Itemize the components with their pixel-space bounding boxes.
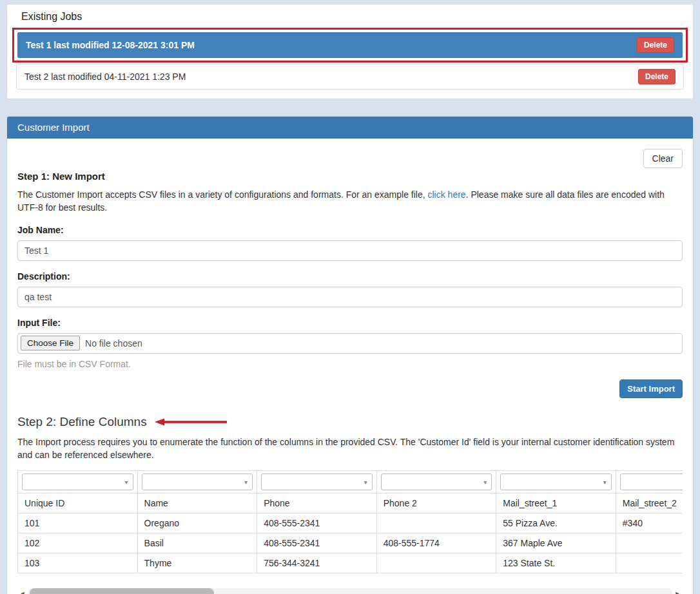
table-cell [376, 553, 496, 573]
table-cell: #340 [616, 513, 683, 533]
column-select[interactable]: ▾ [261, 474, 373, 490]
job-name-label: Job Name: [17, 225, 683, 235]
chevron-down-icon: ▾ [603, 479, 607, 486]
horizontal-scrollbar[interactable]: ◄ ► [17, 588, 683, 594]
example-file-link[interactable]: click here [428, 189, 466, 200]
column-select[interactable]: ▾ [381, 474, 492, 490]
chevron-down-icon: ▾ [244, 479, 248, 486]
column-select[interactable]: ▾ [620, 474, 683, 490]
table-cell [376, 513, 496, 533]
step2-title: Step 2: Define Columns [17, 415, 147, 429]
job-name-input[interactable] [17, 240, 683, 261]
table-cell [616, 553, 683, 573]
table-cell: Thyme [137, 553, 257, 573]
column-mapping-table: ▾ ▾ ▾ ▾ ▾ ▾ ▾ Unique ID Name Phone Phone… [17, 470, 683, 573]
chevron-down-icon: ▾ [364, 479, 367, 486]
table-header-cell: Name [137, 493, 257, 513]
table-cell: 367 Maple Ave [496, 533, 616, 553]
table-header-cell: Phone 2 [376, 493, 496, 513]
scroll-left-icon[interactable]: ◄ [17, 588, 28, 594]
job-row[interactable]: Test 1 last modified 12-08-2021 3:01 PM … [17, 32, 683, 58]
table-cell: 408-555-1774 [376, 533, 496, 553]
file-input[interactable]: Choose File No file chosen [17, 333, 683, 354]
column-select[interactable]: ▾ [142, 474, 253, 490]
column-select-row: ▾ ▾ ▾ ▾ ▾ ▾ ▾ [18, 471, 683, 493]
description-label: Description: [17, 271, 683, 282]
chevron-down-icon: ▾ [125, 479, 128, 486]
red-arrow-icon [155, 418, 227, 426]
table-header-cell: Mail_street_1 [496, 493, 616, 513]
input-file-label: Input File: [17, 318, 683, 328]
customer-import-header: Customer Import [7, 117, 693, 139]
column-mapping-table-container: ▾ ▾ ▾ ▾ ▾ ▾ ▾ Unique ID Name Phone Phone… [17, 470, 683, 573]
table-cell: Basil [137, 533, 257, 553]
description-input[interactable] [17, 287, 683, 307]
choose-file-button[interactable]: Choose File [21, 336, 80, 350]
job-row-label: Test 2 last modified 04-11-2021 1:23 PM [24, 72, 186, 82]
table-row: 102 Basil 408-555-2341 408-555-1774 367 … [18, 533, 683, 553]
delete-button[interactable]: Delete [637, 37, 674, 53]
job-row-label: Test 1 last modified 12-08-2021 3:01 PM [26, 40, 195, 50]
chevron-down-icon: ▾ [483, 479, 487, 486]
existing-jobs-title: Existing Jobs [21, 11, 684, 23]
step1-description: The Customer Import accepts CSV files in… [17, 188, 683, 215]
scrollbar-track[interactable] [28, 588, 672, 594]
table-cell: 101 [18, 513, 138, 533]
scroll-right-icon[interactable]: ► [672, 588, 683, 594]
table-cell: 408-555-2341 [257, 513, 377, 533]
step1-description-text: The Customer Import accepts CSV files in… [17, 189, 428, 200]
column-select[interactable]: ▾ [22, 474, 133, 490]
page: Existing Jobs Test 1 last modified 12-08… [0, 0, 700, 594]
start-import-button[interactable]: Start Import [619, 379, 683, 398]
file-format-note: File must be in CSV Format. [17, 359, 683, 369]
table-cell: 102 [18, 533, 138, 553]
column-select[interactable]: ▾ [500, 474, 612, 490]
table-header-cell: Phone [257, 493, 377, 513]
table-row: 101 Oregano 408-555-2341 55 Pizza Ave. #… [18, 513, 683, 533]
table-row: 103 Thyme 756-344-3241 123 State St. [18, 553, 683, 573]
table-header-cell: Unique ID [18, 493, 138, 513]
delete-button[interactable]: Delete [638, 69, 676, 84]
table-header-row: Unique ID Name Phone Phone 2 Mail_street… [18, 493, 683, 513]
table-cell: 123 State St. [496, 553, 616, 573]
step1-title: Step 1: New Import [17, 171, 683, 182]
customer-import-body: Clear Step 1: New Import The Customer Im… [7, 139, 693, 594]
job-row[interactable]: Test 2 last modified 04-11-2021 1:23 PM … [16, 64, 684, 90]
table-cell: 55 Pizza Ave. [496, 513, 616, 533]
scrollbar-thumb[interactable] [30, 588, 214, 594]
table-cell: 756-344-3241 [257, 553, 377, 573]
step2-description: The Import process requires you to enume… [17, 436, 683, 462]
customer-import-panel: Customer Import Clear Step 1: New Import… [6, 116, 694, 594]
clear-button[interactable]: Clear [643, 149, 683, 168]
table-header-cell: Mail_street_2 [616, 493, 683, 513]
existing-jobs-panel: Existing Jobs Test 1 last modified 12-08… [6, 4, 694, 99]
file-chosen-text: No file chosen [85, 338, 142, 349]
selected-job-annotation-box: Test 1 last modified 12-08-2021 3:01 PM … [12, 28, 688, 62]
table-cell: 408-555-2341 [257, 533, 377, 553]
table-cell: Oregano [137, 513, 257, 533]
table-cell: 103 [18, 553, 138, 573]
table-cell [616, 533, 683, 553]
